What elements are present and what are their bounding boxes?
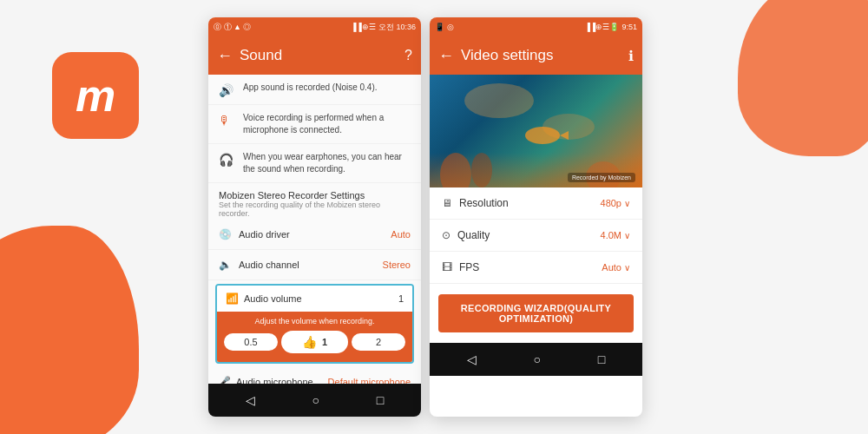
status-bar-right: ▐▐⊕☰ 오전 10:36 (351, 22, 416, 33)
video-nav-back-icon[interactable]: ◁ (467, 352, 477, 366)
resolution-icon: 🖥 (442, 197, 452, 209)
sound-title: Sound (240, 47, 398, 64)
svg-point-5 (525, 127, 560, 144)
volume-btn-2[interactable]: 2 (352, 333, 405, 351)
video-back-button[interactable]: ← (438, 47, 454, 65)
quality-value-group: 4.0M ∨ (601, 230, 630, 240)
mic-label: Audio microphone (236, 377, 313, 385)
status-bar-left: ⓪ ① ▲ ◎ (214, 22, 251, 33)
resolution-left: 🖥 Resolution (442, 197, 509, 209)
quality-label: Quality (457, 229, 490, 241)
video-status-left: 📱 ◎ (435, 23, 454, 31)
audio-volume-header: 📶 Audio volume 1 (217, 286, 412, 312)
thumbnail-svg (430, 75, 642, 187)
decorative-blob-left (0, 226, 139, 434)
nav-home-icon[interactable]: ○ (312, 393, 319, 407)
fps-left: 🎞 FPS (442, 261, 479, 273)
thumbs-up-icon: 👍 (302, 335, 317, 349)
status-icons-left: ⓪ ① ▲ ◎ (214, 22, 251, 33)
fps-row[interactable]: 🎞 FPS Auto ∨ (430, 252, 642, 284)
driver-icon: 💿 (219, 228, 232, 240)
fps-value-group: Auto ∨ (602, 262, 630, 273)
audio-driver-row[interactable]: 💿 Audio driver Auto (208, 220, 421, 250)
mic-left: 🎤 Audio microphone (219, 376, 313, 384)
decorative-blob-right (738, 0, 868, 156)
app-sound-text: App sound is recorded (Noise 0.4). (243, 82, 378, 94)
svg-point-3 (471, 153, 492, 187)
sound-screen: ⓪ ① ▲ ◎ ▐▐⊕☰ 오전 10:36 ← Sound ? 🔊 App so… (208, 17, 421, 417)
wizard-btn-container: RECORDING WIZARD(QUALITY OPTIMIZATION) (430, 284, 642, 343)
resolution-value: 480p (601, 198, 621, 208)
status-signal: ▐▐⊕☰ (351, 23, 376, 31)
audio-channel-value: Stereo (383, 260, 411, 270)
help-icon[interactable]: ? (404, 48, 412, 63)
audio-volume-box: 📶 Audio volume 1 Adjust the volume when … (215, 284, 414, 364)
sound-item-app: 🔊 App sound is recorded (Noise 0.4). (208, 75, 421, 105)
nav-recent-icon[interactable]: □ (377, 393, 384, 407)
quality-row[interactable]: ⊙ Quality 4.0M ∨ (430, 220, 642, 252)
sound-status-bar: ⓪ ① ▲ ◎ ▐▐⊕☰ 오전 10:36 (208, 17, 421, 36)
volume-slider-area: Adjust the volume when recording. 0.5 👍 … (217, 312, 412, 362)
stereo-subtitle: Set the recording quality of the Mobizen… (219, 201, 411, 218)
quality-left: ⊙ Quality (442, 229, 490, 241)
screens-container: ⓪ ① ▲ ◎ ▐▐⊕☰ 오전 10:36 ← Sound ? 🔊 App so… (208, 17, 642, 417)
mic-value: Default microphone (328, 377, 411, 385)
quality-icon: ⊙ (442, 229, 450, 241)
fps-icon: 🎞 (442, 261, 452, 273)
voice-text: Voice recording is performed when a micr… (243, 112, 411, 136)
sound-nav-bar: ◁ ○ □ (208, 384, 421, 417)
volume-bar-icon: 📶 (226, 293, 239, 305)
nav-back-icon[interactable]: ◁ (246, 393, 255, 407)
quality-chevron-icon: ∨ (624, 231, 630, 240)
info-icon[interactable]: ℹ (628, 48, 634, 64)
audio-volume-left: 📶 Audio volume (226, 293, 302, 305)
sound-header: ← Sound ? (208, 36, 421, 75)
earphone-icon: 🎧 (219, 153, 234, 167)
audio-driver-value: Auto (391, 229, 411, 240)
back-button[interactable]: ← (217, 47, 233, 65)
audio-volume-value: 1 (398, 293, 404, 304)
video-status-right: ▐▐⊕☰🔋 9:51 (585, 23, 637, 31)
video-status-icons: 📱 ◎ (435, 23, 454, 31)
svg-point-0 (464, 83, 534, 118)
audio-microphone-row[interactable]: 🎤 Audio microphone Default microphone (208, 367, 421, 384)
wizard-button[interactable]: RECORDING WIZARD(QUALITY OPTIMIZATION) (438, 294, 634, 332)
sound-item-voice: 🎙 Voice recording is performed when a mi… (208, 105, 421, 144)
logo-letter: m (76, 73, 115, 118)
volume-btn-05[interactable]: 0.5 (224, 333, 278, 351)
audio-driver-left: 💿 Audio driver (219, 228, 290, 240)
sound-item-earphone: 🎧 When you wear earphones, you can hear … (208, 144, 421, 183)
video-time: 9:51 (621, 23, 637, 31)
fps-label: FPS (459, 261, 479, 273)
audio-channel-label: Audio channel (239, 260, 299, 270)
video-nav-home-icon[interactable]: ○ (534, 352, 541, 366)
fps-chevron-icon: ∨ (624, 263, 630, 273)
volume-btn-1-value: 1 (322, 337, 327, 347)
volume-btn-1-active[interactable]: 👍 1 (281, 331, 348, 353)
audio-channel-left: 🔈 Audio channel (219, 259, 299, 271)
audio-channel-row[interactable]: 🔈 Audio channel Stereo (208, 250, 421, 280)
video-content: 🖥 Resolution 480p ∨ ⊙ Quality 4.0M ∨ (430, 187, 642, 343)
fps-value: Auto (602, 262, 621, 273)
video-header: ← Video settings ℹ (430, 36, 642, 75)
stereo-section-header: Mobizen Stereo Recorder Settings Set the… (208, 183, 421, 220)
volume-adjust-label: Adjust the volume when recording. (224, 317, 405, 326)
quality-value: 4.0M (601, 230, 621, 240)
video-signal: ▐▐⊕☰🔋 (585, 23, 620, 31)
resolution-value-group: 480p ∨ (601, 198, 630, 208)
earphone-text: When you wear earphones, you can hear th… (243, 151, 411, 175)
sound-content: 🔊 App sound is recorded (Noise 0.4). 🎙 V… (208, 75, 421, 384)
video-screen: 📱 ◎ ▐▐⊕☰🔋 9:51 ← Video settings ℹ (430, 17, 642, 417)
audio-volume-label: Audio volume (244, 293, 302, 304)
voice-icon: 🎙 (219, 114, 234, 128)
video-overlay-text: Recorded by Mobizen (568, 173, 635, 182)
video-nav-recent-icon[interactable]: □ (598, 352, 605, 366)
resolution-chevron-icon: ∨ (624, 199, 630, 208)
stereo-title: Mobizen Stereo Recorder Settings (219, 190, 411, 201)
resolution-label: Resolution (459, 197, 509, 209)
video-nav-bar: ◁ ○ □ (430, 343, 642, 376)
svg-point-2 (440, 153, 471, 187)
resolution-row[interactable]: 🖥 Resolution 480p ∨ (430, 187, 642, 220)
status-time: 오전 10:36 (378, 22, 416, 33)
app-sound-icon: 🔊 (219, 83, 234, 97)
